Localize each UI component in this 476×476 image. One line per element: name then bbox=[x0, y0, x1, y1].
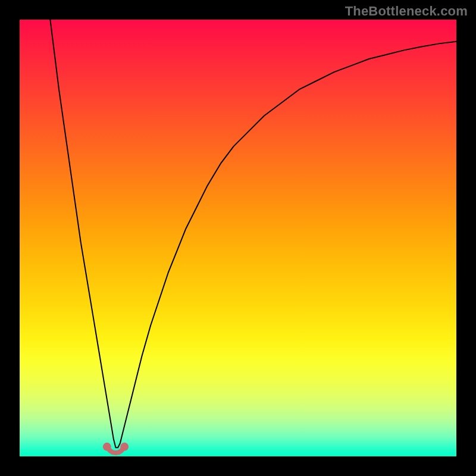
plot-area bbox=[20, 20, 456, 456]
chart-frame: TheBottleneck.com bbox=[0, 0, 476, 476]
bottleneck-curve-canvas bbox=[20, 20, 456, 456]
watermark-text: TheBottleneck.com bbox=[345, 4, 468, 19]
